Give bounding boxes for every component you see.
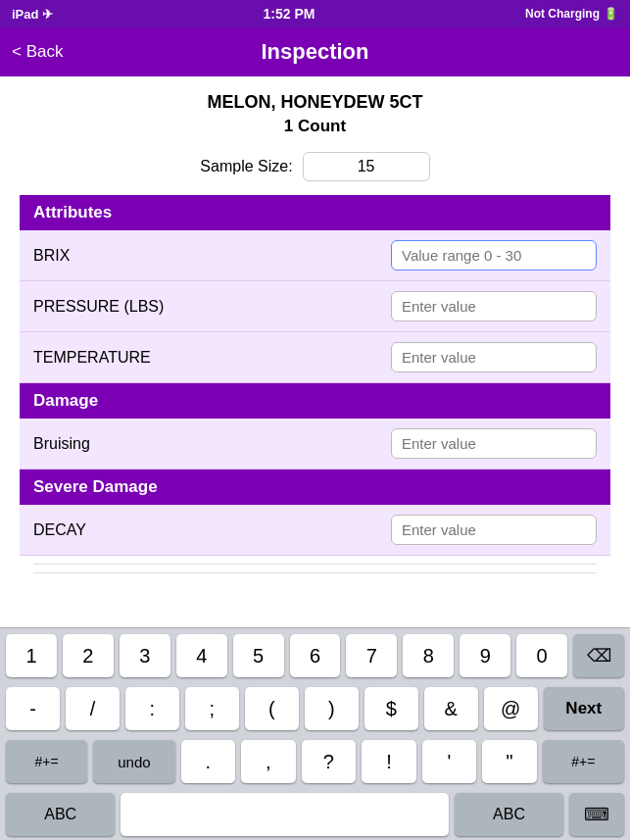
- brix-label: BRIX: [33, 247, 70, 265]
- key-6[interactable]: 6: [290, 634, 341, 677]
- key-apostrophe[interactable]: ': [422, 740, 477, 783]
- key-abc-right[interactable]: ABC: [455, 793, 563, 836]
- content-area: MELON, HONEYDEW 5CT 1 Count Sample Size:…: [0, 76, 630, 597]
- key-dash[interactable]: -: [6, 687, 60, 730]
- key-colon[interactable]: :: [125, 687, 179, 730]
- next-button[interactable]: Next: [544, 687, 624, 730]
- pressure-label: PRESSURE (LBS): [33, 298, 164, 316]
- key-5[interactable]: 5: [233, 634, 284, 677]
- key-quote[interactable]: ": [482, 740, 537, 783]
- sample-size-row: Sample Size:: [20, 152, 610, 181]
- product-count: 1 Count: [20, 117, 610, 136]
- keyboard-row-bottom: ABC ABC ⌨: [0, 787, 630, 840]
- key-question[interactable]: ?: [302, 740, 357, 783]
- product-name: MELON, HONEYDEW 5CT: [20, 92, 610, 113]
- temperature-row: TEMPERATURE: [20, 332, 610, 383]
- key-open-paren[interactable]: (: [245, 687, 299, 730]
- key-at[interactable]: @: [484, 687, 538, 730]
- key-hashtag-left[interactable]: #+=: [6, 740, 87, 783]
- key-hashtag-right[interactable]: #+=: [543, 740, 624, 783]
- sample-size-input[interactable]: [303, 152, 430, 181]
- keyboard-row-numbers: 1 2 3 4 5 6 7 8 9 0 ⌫: [0, 628, 630, 681]
- key-9[interactable]: 9: [460, 634, 510, 677]
- key-keyboard-icon[interactable]: ⌨: [569, 793, 624, 836]
- pressure-row: PRESSURE (LBS): [20, 281, 610, 332]
- pressure-input[interactable]: [391, 291, 597, 321]
- bruising-label: Bruising: [33, 435, 90, 453]
- decay-label: DECAY: [33, 521, 86, 539]
- key-slash[interactable]: /: [66, 687, 120, 730]
- bruising-input[interactable]: [391, 428, 597, 459]
- bruising-row: Bruising: [20, 419, 610, 469]
- separator-1: [33, 564, 597, 565]
- key-undo[interactable]: undo: [93, 740, 174, 783]
- temperature-label: TEMPERATURE: [33, 349, 151, 367]
- key-4[interactable]: 4: [176, 634, 227, 677]
- section-header-severe-damage: Severe Damage: [20, 469, 610, 505]
- status-left: iPad ✈: [12, 7, 53, 22]
- key-1[interactable]: 1: [6, 634, 57, 677]
- battery-icon: 🔋: [604, 7, 618, 21]
- sample-size-label: Sample Size:: [200, 158, 292, 175]
- keyboard: 1 2 3 4 5 6 7 8 9 0 ⌫ - / : ; ( ) $ & @ …: [0, 627, 630, 840]
- nav-title: Inspection: [261, 39, 368, 65]
- nav-bar: < Back Inspection: [0, 27, 630, 76]
- key-comma[interactable]: ,: [241, 740, 296, 783]
- temperature-input[interactable]: [391, 342, 597, 372]
- back-button[interactable]: < Back: [12, 42, 63, 62]
- key-dollar[interactable]: $: [364, 687, 418, 730]
- key-2[interactable]: 2: [63, 634, 114, 677]
- brix-row: BRIX: [20, 230, 610, 281]
- key-space[interactable]: [121, 793, 448, 836]
- key-ampersand[interactable]: &: [424, 687, 478, 730]
- key-abc-left[interactable]: ABC: [6, 793, 115, 836]
- section-header-attributes: Attributes: [20, 195, 610, 230]
- key-delete[interactable]: ⌫: [573, 634, 624, 677]
- status-bar: iPad ✈ 1:52 PM Not Charging 🔋: [0, 0, 630, 27]
- ipad-label: iPad ✈: [12, 7, 53, 22]
- battery-label: Not Charging: [525, 7, 600, 21]
- keyboard-row-symbols: - / : ; ( ) $ & @ Next: [0, 681, 630, 734]
- section-header-damage: Damage: [20, 383, 610, 419]
- brix-input[interactable]: [391, 240, 597, 271]
- separator-2: [33, 572, 597, 573]
- key-8[interactable]: 8: [403, 634, 454, 677]
- key-semicolon[interactable]: ;: [185, 687, 239, 730]
- keyboard-row-more: #+= undo . , ? ! ' " #+=: [0, 734, 630, 787]
- key-0[interactable]: 0: [516, 634, 567, 677]
- decay-row: DECAY: [20, 505, 610, 556]
- decay-input[interactable]: [391, 515, 597, 545]
- key-exclamation[interactable]: !: [362, 740, 416, 783]
- status-right: Not Charging 🔋: [525, 7, 618, 21]
- key-period[interactable]: .: [181, 740, 236, 783]
- key-7[interactable]: 7: [346, 634, 397, 677]
- key-3[interactable]: 3: [120, 634, 170, 677]
- key-close-paren[interactable]: ): [305, 687, 359, 730]
- status-time: 1:52 PM: [264, 6, 315, 22]
